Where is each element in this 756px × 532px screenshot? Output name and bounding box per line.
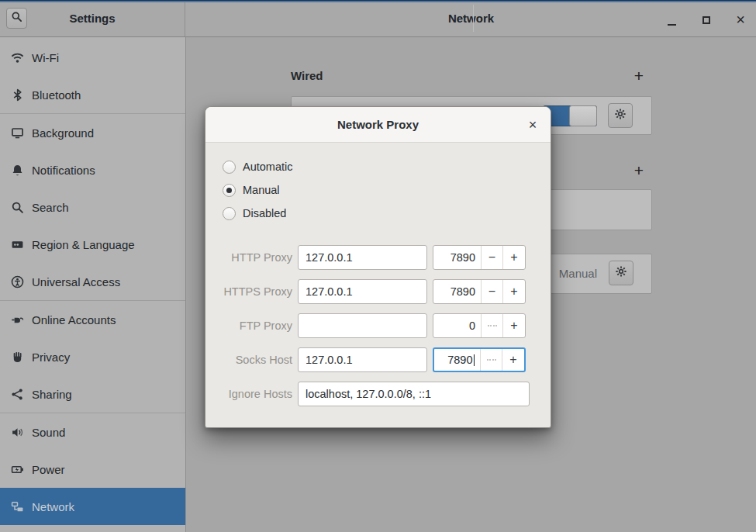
radio-manual[interactable]: Manual bbox=[223, 183, 280, 197]
plus-icon: + bbox=[634, 161, 644, 180]
sidebar-item-label: Online Accounts bbox=[32, 313, 116, 326]
sidebar-item-label: Network bbox=[32, 500, 74, 513]
port-decrement-button-disabled bbox=[480, 349, 502, 371]
minus-icon: − bbox=[488, 285, 495, 299]
radio-circle bbox=[223, 207, 236, 220]
sidebar-item-label: Wi-Fi bbox=[32, 51, 59, 64]
maximize-icon bbox=[702, 16, 710, 24]
minimize-icon bbox=[668, 24, 676, 26]
sidebar-item-label: Background bbox=[32, 126, 94, 140]
close-icon: × bbox=[736, 11, 745, 29]
gear-icon bbox=[614, 108, 627, 123]
dialog-close-button[interactable]: × bbox=[524, 116, 541, 133]
sidebar-item-universal-access[interactable]: Universal Access bbox=[0, 263, 185, 300]
wired-settings-button[interactable] bbox=[608, 103, 633, 128]
sidebar-item-label: Sharing bbox=[32, 388, 72, 401]
sidebar-item-notifications[interactable]: Notifications bbox=[0, 151, 185, 188]
wifi-icon bbox=[11, 51, 24, 64]
sidebar-item-label: Bluetooth bbox=[32, 88, 81, 102]
plus-icon: + bbox=[509, 353, 516, 367]
plus-icon: + bbox=[510, 250, 517, 264]
https-proxy-host-input[interactable] bbox=[298, 279, 427, 304]
close-icon: × bbox=[529, 117, 537, 133]
plus-icon: + bbox=[510, 285, 517, 299]
add-wired-connection-button[interactable]: + bbox=[630, 67, 647, 85]
speaker-icon bbox=[11, 426, 24, 439]
radio-automatic[interactable]: Automatic bbox=[223, 160, 292, 174]
radio-circle bbox=[223, 161, 236, 174]
port-increment-button[interactable]: + bbox=[502, 349, 524, 371]
ignore-hosts-label: Ignore Hosts bbox=[205, 382, 292, 406]
dialog-titlebar: Network Proxy bbox=[205, 107, 551, 143]
radio-dot bbox=[226, 188, 232, 193]
port-increment-button[interactable]: + bbox=[502, 246, 525, 269]
switch-knob bbox=[569, 105, 597, 126]
socks-port-spinner-focused: 7890 + bbox=[433, 347, 526, 372]
port-value[interactable]: 7890 bbox=[433, 246, 481, 269]
sidebar-item-bluetooth[interactable]: Bluetooth bbox=[0, 76, 185, 113]
window-minimize-button[interactable] bbox=[661, 11, 682, 29]
ignore-hosts-input[interactable] bbox=[298, 382, 530, 406]
sidebar-item-sound[interactable]: Sound bbox=[0, 413, 185, 451]
sidebar-item-search[interactable]: Search bbox=[0, 188, 185, 226]
online-accounts-icon bbox=[11, 313, 24, 326]
port-increment-button[interactable]: + bbox=[502, 314, 525, 337]
minus-disabled-icon bbox=[487, 359, 496, 361]
region-language-icon bbox=[11, 238, 24, 251]
sidebar-item-power[interactable]: Power bbox=[0, 451, 185, 488]
window-close-button[interactable]: × bbox=[730, 9, 751, 30]
sidebar-item-label: Region & Language bbox=[32, 238, 135, 251]
sidebar-item-label: Search bbox=[32, 201, 69, 214]
app-title: Settings bbox=[0, 0, 185, 36]
socks-host-input[interactable] bbox=[298, 347, 427, 372]
search-icon bbox=[11, 201, 24, 214]
sidebar-item-wifi[interactable]: Wi-Fi bbox=[0, 39, 185, 76]
radio-circle-selected bbox=[223, 184, 236, 197]
radio-label: Manual bbox=[243, 184, 280, 196]
sidebar-item-online-accounts[interactable]: Online Accounts bbox=[0, 301, 185, 338]
background-icon bbox=[11, 126, 24, 140]
port-increment-button[interactable]: + bbox=[502, 280, 525, 303]
sidebar-item-network[interactable]: Network bbox=[0, 488, 185, 525]
gear-icon bbox=[615, 265, 627, 281]
socks-host-label: Socks Host bbox=[205, 347, 292, 372]
bell-icon bbox=[11, 164, 24, 177]
sidebar-item-region-language[interactable]: Region & Language bbox=[0, 226, 185, 263]
sidebar: Wi-Fi Bluetooth Background Notifications… bbox=[0, 37, 186, 532]
radio-disabled[interactable]: Disabled bbox=[223, 206, 286, 220]
add-vpn-button[interactable]: + bbox=[630, 161, 647, 180]
port-decrement-button[interactable]: − bbox=[481, 246, 502, 269]
plus-icon: + bbox=[510, 319, 517, 333]
sidebar-item-label: Privacy bbox=[32, 351, 70, 364]
http-proxy-host-input[interactable] bbox=[298, 245, 427, 270]
port-value[interactable]: 7890 bbox=[434, 349, 480, 371]
ftp-proxy-label: FTP Proxy bbox=[205, 313, 292, 338]
share-icon bbox=[11, 388, 24, 401]
text-caret bbox=[474, 354, 475, 366]
sidebar-item-label: Sound bbox=[32, 426, 65, 439]
minus-disabled-icon bbox=[488, 325, 497, 326]
headerbar-separator bbox=[473, 5, 474, 32]
search-button[interactable] bbox=[6, 8, 27, 29]
sidebar-item-privacy[interactable]: Privacy bbox=[0, 338, 185, 375]
port-value[interactable]: 7890 bbox=[433, 280, 481, 303]
sidebar-item-label: Notifications bbox=[32, 164, 95, 177]
universal-access-icon bbox=[11, 275, 24, 288]
headerbar: Settings Network × bbox=[0, 0, 756, 37]
sidebar-item-sharing[interactable]: Sharing bbox=[0, 375, 185, 413]
https-proxy-port-spinner: 7890 − + bbox=[433, 279, 526, 304]
http-proxy-label: HTTP Proxy bbox=[205, 245, 292, 270]
port-decrement-button[interactable]: − bbox=[481, 280, 502, 303]
wired-section-title: Wired bbox=[291, 69, 323, 82]
privacy-hand-icon bbox=[11, 351, 24, 364]
window-maximize-button[interactable] bbox=[696, 11, 716, 29]
dialog-title: Network Proxy bbox=[337, 118, 419, 131]
proxy-settings-button[interactable] bbox=[609, 261, 633, 285]
sidebar-item-background[interactable]: Background bbox=[0, 114, 185, 151]
radio-label: Automatic bbox=[243, 161, 292, 173]
network-proxy-dialog: Network Proxy × Automatic Manual Disable… bbox=[205, 106, 551, 428]
window-top-edge bbox=[0, 0, 756, 2]
port-value[interactable]: 0 bbox=[433, 314, 481, 337]
https-proxy-label: HTTPS Proxy bbox=[205, 279, 292, 304]
ftp-proxy-host-input[interactable] bbox=[298, 313, 427, 338]
